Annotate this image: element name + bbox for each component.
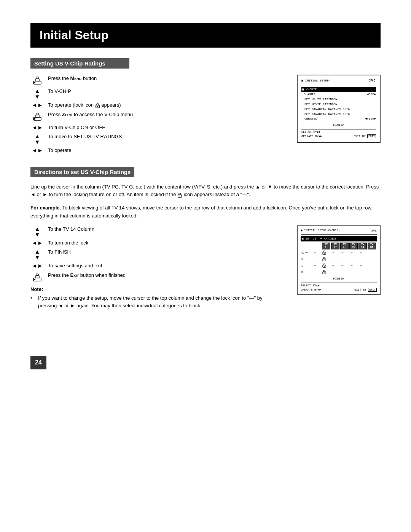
svg-rect-2 [36,77,38,79]
svg-point-17 [324,253,325,254]
s2-step-3-text: To FINISH [48,248,282,256]
note-section: Note: If you want to change the setup, m… [30,286,282,310]
step-7: ◄► To operate [30,147,282,154]
step-7-text: To operate [48,147,282,154]
svg-rect-7 [35,115,39,117]
menu-icon-1 [30,75,44,86]
svg-rect-13 [35,276,39,278]
ud-arrow-icon-1: ▲▼ [30,88,44,99]
s2-step-2: ◄► To turn on the lock [30,239,282,247]
step-1-text: Press the Menu button [48,75,282,82]
s2-step-3: ▲▼ To FINISH [30,248,282,260]
lr-arrow-icon-3: ◄► [30,147,44,153]
step-2: ▲▼ To V-CHIP [30,88,282,99]
directions-description: Line up the cursor in the column (TV PG,… [30,183,381,199]
s2-step-2-text: To turn on the lock [48,239,282,247]
s2-step-4: ◄► To save settings and exit [30,262,282,270]
ud-arrow-icon-3: ▲▼ [30,225,44,237]
svg-rect-14 [36,274,38,276]
svg-point-23 [324,272,325,273]
menu-icon-2 [30,111,44,122]
tv-screen-1: ▣ INITIAL SETUP› JVC ▣ V-CHIP V-CHIP◄OFF… [297,75,381,143]
svg-rect-9 [34,118,35,120]
s2-step-4-text: To save settings and exit [48,262,282,270]
svg-point-21 [324,266,325,267]
section1-header: Setting US V-Chip Ratings [30,58,129,69]
section2-instructions: ▲▼ To the TV 14 Column ◄► To turn on the… [30,225,282,310]
tv-screen-2: ▣ INITIAL SETUP›V-CHIP› JVC ▣ SET US TV … [297,225,381,296]
step-3-text: To operate (lock icon appears) [48,101,282,109]
ud-arrow-icon-2: ▲▼ [30,133,44,145]
ud-arrow-icon-4: ▲▼ [30,248,44,260]
section-directions: Directions to set US V-Chip Ratings Line… [30,167,381,310]
svg-point-11 [180,195,180,196]
svg-rect-1 [35,79,39,81]
lr-arrow-icon-4: ◄► [30,239,44,246]
svg-point-5 [97,106,98,107]
step-2-text: To V-CHIP [48,88,282,95]
step-1: Press the Menu button [30,75,282,86]
svg-rect-15 [34,279,35,280]
section2-header: Directions to set US V-Chip Ratings [30,167,134,177]
note-label: Note: [30,286,282,292]
s2-step-5-text: Press the Exit button when finished [48,272,282,279]
step-5: ◄► To turn V-Chip ON or OFF [30,124,282,131]
note-text: If you want to change the setup, move th… [30,294,282,310]
s2-step-5: Press the Exit button when finished [30,272,282,283]
svg-rect-8 [36,113,38,115]
step-5-text: To turn V-Chip ON or OFF [48,124,282,131]
lr-arrow-icon-1: ◄► [30,101,44,108]
svg-rect-3 [34,82,35,83]
example-text: For example. To block viewing of all TV … [30,204,381,220]
s2-step-1: ▲▼ To the TV 14 Column [30,225,282,237]
page-title: Initial Setup [30,23,381,48]
menu-icon-3 [30,272,44,283]
svg-point-19 [324,259,325,260]
section1-instructions: Press the Menu button ▲▼ To V-CHIP ◄► To… [30,75,282,156]
step-6: ▲▼ To move to SET US TV RATINGS [30,133,282,145]
step-4: Press Zero to access the V-Chip menu [30,111,282,122]
s2-step-1-text: To the TV 14 Column [48,225,282,233]
step-3: ◄► To operate (lock icon appears) [30,101,282,109]
page-number: 24 [30,356,46,369]
lr-arrow-icon-5: ◄► [30,262,44,269]
section-setting-vchip: Setting US V-Chip Ratings Press the Menu… [30,58,381,156]
lr-arrow-icon-2: ◄► [30,124,44,131]
step-6-text: To move to SET US TV RATINGS [48,133,282,141]
step-4-text: Press Zero to access the V-Chip menu [48,111,282,118]
